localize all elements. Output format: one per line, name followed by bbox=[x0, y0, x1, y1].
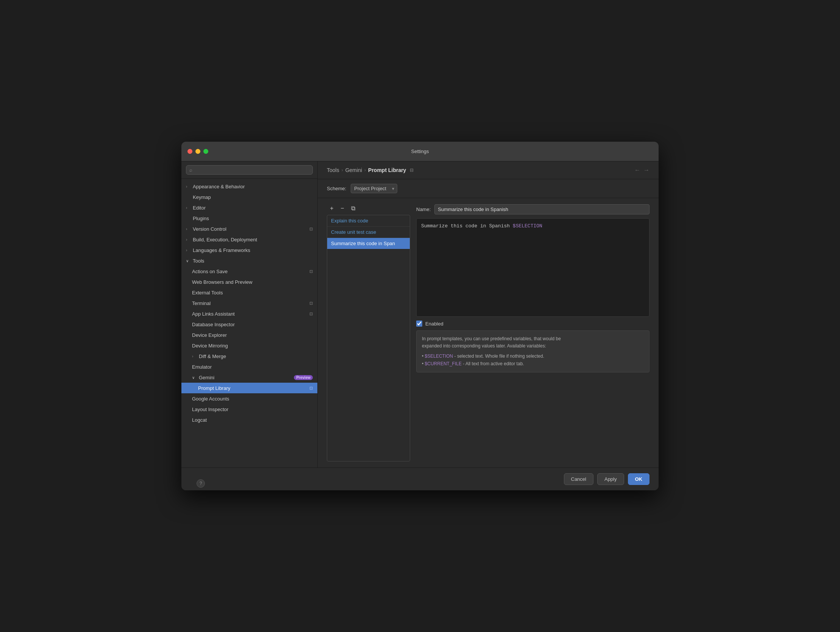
chevron-icon: › bbox=[192, 354, 197, 358]
sidebar-item-version-control[interactable]: › Version Control ⊡ bbox=[182, 223, 317, 234]
sidebar-item-build[interactable]: › Build, Execution, Deployment bbox=[182, 234, 317, 245]
current-file-keyword: $CURRENT_FILE bbox=[425, 361, 462, 366]
sidebar-item-diff-merge[interactable]: › Diff & Merge bbox=[182, 351, 317, 361]
footer: ? Cancel Apply OK bbox=[182, 467, 658, 490]
nav-arrows: ← → bbox=[634, 167, 649, 174]
breadcrumb-prompt-library[interactable]: Prompt Library bbox=[368, 167, 406, 173]
remove-prompt-button[interactable]: − bbox=[338, 204, 347, 212]
search-input[interactable] bbox=[195, 167, 309, 173]
nav-forward-button[interactable]: → bbox=[643, 167, 649, 174]
detail-panel: Name: Summarize this code in Spanish $SE… bbox=[416, 204, 649, 461]
prompt-keyword: $SELECTION bbox=[513, 223, 542, 229]
sidebar-item-label: Gemini bbox=[199, 375, 292, 380]
sidebar-item-prompt-library[interactable]: Prompt Library ⊡ bbox=[182, 383, 317, 393]
right-panel: Tools › Gemini › Prompt Library ⊟ ← → Sc… bbox=[318, 162, 658, 467]
enabled-row: Enabled bbox=[416, 320, 649, 326]
sidebar-item-keymap[interactable]: Keymap bbox=[182, 192, 317, 202]
minimize-button[interactable] bbox=[196, 149, 201, 154]
sidebar-item-appearance[interactable]: › Appearance & Behavior bbox=[182, 181, 317, 192]
sidebar-item-languages[interactable]: › Languages & Frameworks bbox=[182, 245, 317, 255]
sidebar-tree: › Appearance & Behavior Keymap › Editor … bbox=[182, 179, 317, 467]
sidebar-item-device-explorer[interactable]: Device Explorer bbox=[182, 329, 317, 340]
modified-indicator: ⊡ bbox=[309, 301, 313, 306]
traffic-lights bbox=[188, 149, 208, 154]
settings-window: Settings ⌕ › Appearance & Behavior bbox=[182, 142, 658, 490]
sidebar-item-actions-on-save[interactable]: Actions on Save ⊡ bbox=[182, 266, 317, 277]
sidebar-item-logcat[interactable]: Logcat bbox=[182, 415, 317, 425]
sidebar-item-device-mirroring[interactable]: Device Mirroring bbox=[182, 340, 317, 351]
name-row: Name: bbox=[416, 204, 649, 214]
sidebar-item-emulator[interactable]: Emulator bbox=[182, 361, 317, 372]
sidebar-item-app-links[interactable]: App Links Assistant ⊡ bbox=[182, 309, 317, 319]
maximize-button[interactable] bbox=[204, 149, 208, 154]
ok-button[interactable]: OK bbox=[628, 473, 650, 485]
nav-back-button[interactable]: ← bbox=[634, 167, 640, 174]
sidebar-item-label: Device Mirroring bbox=[192, 343, 313, 348]
sidebar-item-database-inspector[interactable]: Database Inspector bbox=[182, 319, 317, 329]
breadcrumb-tools[interactable]: Tools bbox=[327, 167, 339, 173]
breadcrumb-sep-2: › bbox=[364, 168, 366, 173]
chevron-icon: › bbox=[186, 206, 191, 210]
selection-keyword: $SELECTION bbox=[425, 353, 453, 359]
help-button[interactable]: ? bbox=[197, 479, 205, 488]
sidebar-item-label: Appearance & Behavior bbox=[193, 184, 313, 190]
sidebar-item-tools[interactable]: ∨ Tools bbox=[182, 255, 317, 266]
preview-badge: Preview bbox=[294, 375, 313, 380]
sidebar-item-label: App Links Assistant bbox=[192, 311, 308, 317]
scheme-label: Scheme: bbox=[327, 186, 346, 191]
breadcrumb-gemini[interactable]: Gemini bbox=[346, 167, 362, 173]
content-panel: + − ⧉ Explain this code Create unit test… bbox=[318, 198, 658, 467]
scheme-row: Scheme: Project Project bbox=[318, 179, 658, 198]
prompt-item-explain[interactable]: Explain this code bbox=[327, 215, 410, 227]
breadcrumb: Tools › Gemini › Prompt Library ⊟ bbox=[327, 167, 414, 173]
chevron-down-icon: ∨ bbox=[186, 259, 191, 263]
main-content: ⌕ › Appearance & Behavior Keymap › bbox=[182, 162, 658, 467]
modified-indicator: ⊡ bbox=[309, 269, 313, 274]
enabled-label: Enabled bbox=[425, 321, 444, 326]
sidebar-item-label: Build, Execution, Deployment bbox=[193, 237, 313, 242]
prompt-editor-wrapper: Summarize this code in Spanish $SELECTIO… bbox=[416, 218, 649, 317]
sidebar-item-label: Logcat bbox=[192, 417, 313, 423]
prompt-text-prefix: Summarize this code in Spanish bbox=[421, 223, 513, 229]
sidebar-item-external-tools[interactable]: External Tools bbox=[182, 287, 317, 298]
name-input[interactable] bbox=[434, 204, 649, 214]
sidebar-item-label: Version Control bbox=[193, 226, 308, 232]
sidebar-item-label: Layout Inspector bbox=[192, 407, 313, 412]
add-prompt-button[interactable]: + bbox=[327, 204, 337, 212]
sidebar-item-editor[interactable]: › Editor bbox=[182, 202, 317, 213]
chevron-icon: › bbox=[186, 227, 191, 231]
sidebar-item-gemini[interactable]: ∨ Gemini Preview bbox=[182, 372, 317, 383]
name-field-label: Name: bbox=[416, 206, 431, 212]
cancel-button[interactable]: Cancel bbox=[564, 473, 594, 485]
breadcrumb-sep-1: › bbox=[342, 168, 343, 173]
list-panel: + − ⧉ Explain this code Create unit test… bbox=[327, 204, 410, 461]
sidebar-item-label: Keymap bbox=[193, 194, 313, 200]
sidebar-item-google-accounts[interactable]: Google Accounts bbox=[182, 393, 317, 404]
enabled-checkbox[interactable] bbox=[416, 320, 422, 326]
breadcrumb-folder-icon: ⊟ bbox=[410, 168, 414, 173]
sidebar-item-plugins[interactable]: Plugins bbox=[182, 213, 317, 223]
copy-prompt-button[interactable]: ⧉ bbox=[348, 204, 358, 212]
prompt-item-unit-test[interactable]: Create unit test case bbox=[327, 227, 410, 238]
sidebar-item-label: Device Explorer bbox=[192, 332, 313, 338]
titlebar: Settings bbox=[182, 142, 658, 162]
sidebar-item-layout-inspector[interactable]: Layout Inspector bbox=[182, 404, 317, 415]
chevron-icon: › bbox=[186, 238, 191, 242]
prompt-list: Explain this code Create unit test case … bbox=[327, 215, 410, 461]
search-icon: ⌕ bbox=[189, 167, 193, 173]
scheme-dropdown[interactable]: Project Project bbox=[351, 184, 397, 193]
sidebar-item-label: Web Browsers and Preview bbox=[192, 279, 313, 285]
sidebar-item-web-browsers[interactable]: Web Browsers and Preview bbox=[182, 277, 317, 287]
close-button[interactable] bbox=[188, 149, 193, 154]
prompt-textarea[interactable]: Summarize this code in Spanish $SELECTIO… bbox=[416, 218, 649, 317]
info-line1: In prompt templates, you can use predefi… bbox=[422, 335, 644, 342]
apply-button[interactable]: Apply bbox=[597, 473, 624, 485]
prompt-item-summarize[interactable]: Summarize this code in Span bbox=[327, 238, 410, 249]
info-bullet-2: • $CURRENT_FILE - All text from active e… bbox=[422, 360, 644, 367]
sidebar-item-terminal[interactable]: Terminal ⊡ bbox=[182, 298, 317, 309]
sidebar-item-label: Emulator bbox=[192, 364, 313, 370]
info-line2: expanded into corresponding values later… bbox=[422, 342, 644, 350]
modified-indicator: ⊡ bbox=[309, 386, 313, 391]
sidebar-item-label: Editor bbox=[193, 205, 313, 211]
list-toolbar: + − ⧉ bbox=[327, 204, 410, 212]
